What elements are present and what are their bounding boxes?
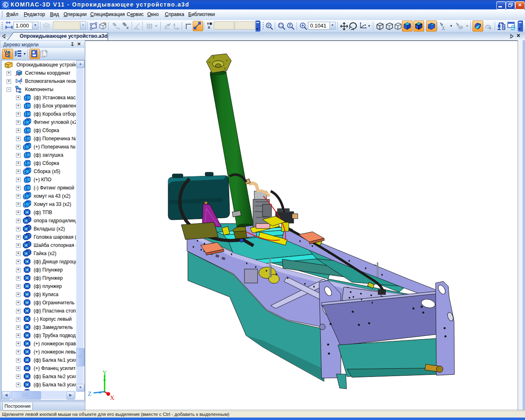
svg-text:Y: Y (103, 370, 107, 376)
svg-text:Z: Z (88, 390, 91, 397)
svg-text:X: X (110, 395, 114, 401)
